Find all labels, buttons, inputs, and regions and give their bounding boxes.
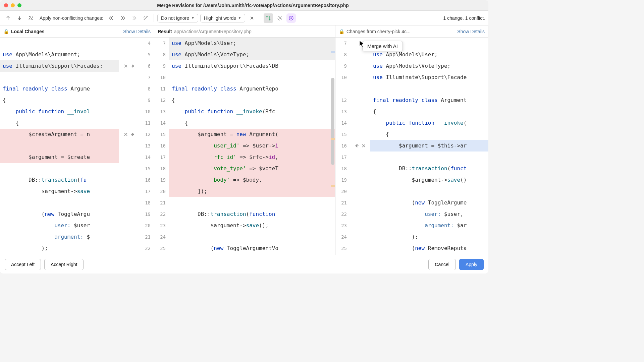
settings-button[interactable] [275,13,284,23]
right-show-details-link[interactable]: Show Details [457,29,485,34]
code-line[interactable]: argument: $ar [370,220,488,231]
diff-marker[interactable] [331,51,335,53]
merge-toolbar: Apply non-conflicting changes: Do not ig… [0,11,488,25]
center-gutter: 7891011121314151617181920212223242526 [154,38,169,255]
apply-nonconflicting-label: Apply non-conflicting changes: [40,15,103,21]
code-line[interactable]: DB::transaction(funct [370,163,488,174]
code-line[interactable]: { [169,95,335,106]
undo-merge-button[interactable] [129,13,139,23]
code-line[interactable] [169,72,335,83]
code-line[interactable]: final readonly class ArgumentRepo [169,83,335,95]
code-line[interactable]: { [370,129,488,140]
code-line[interactable] [0,140,119,152]
window-maximize-button[interactable] [17,3,21,7]
scrollbar-thumb[interactable] [331,78,334,165]
code-line[interactable]: { [0,117,119,129]
highlight-mode-select[interactable]: Highlight words ▼ [200,14,245,22]
accept-right-button[interactable]: Accept Right [44,259,84,270]
next-change-button[interactable] [15,13,24,23]
sync-scroll-button[interactable] [264,13,273,23]
diff-marker[interactable] [331,138,335,140]
code-line[interactable]: use App\Models\User; [169,38,335,49]
center-panel-header: Result app/Actions/ArgumentRepository.ph… [154,25,335,37]
code-line[interactable]: $argument->save(); [169,220,335,231]
apply-button[interactable]: Apply [459,259,484,270]
diff-marker[interactable] [331,185,335,187]
compare-branch-button[interactable] [26,13,36,23]
code-line[interactable]: $argument->save() [370,174,488,186]
code-line[interactable]: ); [370,231,488,243]
code-line[interactable]: $argument = new Argument( [169,129,335,140]
window-close-button[interactable] [4,3,8,7]
reject-change-button[interactable] [361,143,367,149]
code-line[interactable]: ); [0,243,119,254]
accept-left-button[interactable]: Accept Left [5,259,41,270]
titlebar: Merge Revisions for /Users/John.Smith/rf… [0,0,488,11]
svg-point-0 [279,17,280,19]
code-line[interactable]: use Illuminate\Support\Facades; [0,60,119,72]
code-line[interactable]: $argument = $create [0,152,119,163]
code-line[interactable] [169,197,335,208]
highlight-select-value: Highlight words [204,15,236,21]
code-line[interactable]: 'rfc_id' => $rfc->id, [169,152,335,163]
code-line[interactable]: DB::transaction(function [169,208,335,220]
apply-all-left-button[interactable] [107,13,116,23]
code-line[interactable]: $argument->save [0,186,119,197]
code-line[interactable] [370,152,488,163]
code-line[interactable]: ]); [169,186,335,197]
code-line[interactable]: use Illuminate\Support\Facade [370,72,488,83]
apply-all-right-button[interactable] [118,13,127,23]
code-line[interactable]: user: $user [0,220,119,231]
accept-change-right-button[interactable] [129,131,136,137]
code-line[interactable]: (new ToggleArgumentVo [169,243,335,254]
code-line[interactable]: public function __invol [0,106,119,117]
code-line[interactable]: use App\Models\VoteType; [370,60,488,72]
code-line[interactable] [0,38,119,49]
magic-resolve-button[interactable] [141,13,150,23]
code-line[interactable] [0,163,119,174]
code-line[interactable]: final readonly class Argument [370,95,488,106]
code-line[interactable]: (new ToggleArgu [0,208,119,220]
accept-change-right-button[interactable] [129,63,136,69]
code-line[interactable]: public function __invoke(Rfc [169,106,335,117]
code-line[interactable]: use App\Models\VoteType; [169,49,335,60]
ignore-select-value: Do not ignore [161,15,189,21]
code-line[interactable]: use Illuminate\Support\Facades\DB [169,60,335,72]
collapse-unchanged-button[interactable] [247,13,257,23]
code-line[interactable]: { [0,95,119,106]
left-gutter: 45678910111213141516171819202122 [139,38,154,255]
right-diff-pane: Merge with AI 78910121314151617181920212… [335,38,488,255]
code-line[interactable]: use App\Models\Argument; [0,49,119,60]
code-line[interactable]: 'vote_type' => $voteT [169,163,335,174]
code-line[interactable]: DB::transaction(fu [0,174,119,186]
cancel-button[interactable]: Cancel [428,259,456,270]
window-minimize-button[interactable] [11,3,15,7]
ignore-whitespace-select[interactable]: Do not ignore ▼ [157,14,198,22]
left-code-editor[interactable]: use App\Models\Argument;use Illuminate\S… [0,38,119,255]
code-line[interactable] [0,72,119,83]
code-line[interactable] [370,83,488,95]
code-line[interactable]: user: $user, [370,208,488,220]
code-line[interactable]: $createArgument = n [0,129,119,140]
reject-change-button[interactable] [123,63,129,69]
prev-change-button[interactable] [3,13,13,23]
code-line[interactable]: (new ToggleArgume [370,197,488,208]
accept-change-left-button[interactable] [354,143,360,149]
right-code-editor[interactable]: els\Rfc;use App\Models\User;use App\Mode… [370,38,488,255]
reject-change-button[interactable] [123,131,129,137]
code-line[interactable]: public function __invoke( [370,117,488,129]
code-line[interactable] [169,231,335,243]
code-line[interactable]: argument: $ [0,231,119,243]
code-line[interactable]: { [169,117,335,129]
merge-with-ai-button[interactable] [286,13,296,23]
code-line[interactable]: $argument = $this->ar [370,140,488,152]
left-show-details-link[interactable]: Show Details [123,29,151,34]
code-line[interactable]: final readonly class Argume [0,83,119,95]
code-line[interactable] [370,186,488,197]
code-line[interactable]: { [370,106,488,117]
code-line[interactable]: 'body' => $body, [169,174,335,186]
code-line[interactable]: 'user_id' => $user->i [169,140,335,152]
code-line[interactable]: (new RemoveReputa [370,243,488,254]
center-code-editor[interactable]: use App\Models\User;use App\Models\VoteT… [169,38,335,255]
code-line[interactable] [0,197,119,208]
